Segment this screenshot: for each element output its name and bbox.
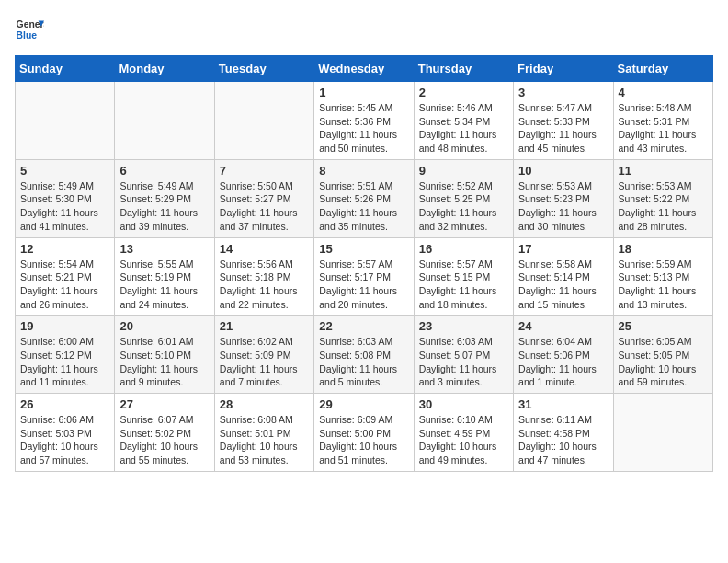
day-number: 20 xyxy=(119,319,209,333)
day-number: 17 xyxy=(518,242,608,256)
calendar-cell: 29Sunrise: 6:09 AM Sunset: 5:00 PM Dayli… xyxy=(314,394,414,472)
calendar-cell: 21Sunrise: 6:02 AM Sunset: 5:09 PM Dayli… xyxy=(214,316,313,394)
calendar-table: SundayMondayTuesdayWednesdayThursdayFrid… xyxy=(15,55,713,472)
day-info: Sunrise: 5:54 AM Sunset: 5:21 PM Dayligh… xyxy=(20,258,109,312)
day-number: 18 xyxy=(619,242,708,256)
weekday-header-monday: Monday xyxy=(115,56,214,82)
calendar-cell: 7Sunrise: 5:50 AM Sunset: 5:27 PM Daylig… xyxy=(214,159,313,237)
calendar-cell: 4Sunrise: 5:48 AM Sunset: 5:31 PM Daylig… xyxy=(613,82,712,160)
calendar-cell: 18Sunrise: 5:59 AM Sunset: 5:13 PM Dayli… xyxy=(613,237,712,316)
weekday-header-row: SundayMondayTuesdayWednesdayThursdayFrid… xyxy=(16,56,713,82)
calendar-cell: 6Sunrise: 5:49 AM Sunset: 5:29 PM Daylig… xyxy=(115,159,214,237)
weekday-header-friday: Friday xyxy=(514,56,613,82)
day-info: Sunrise: 5:52 AM Sunset: 5:25 PM Dayligh… xyxy=(419,179,508,234)
day-number: 13 xyxy=(119,242,209,256)
calendar-cell: 8Sunrise: 5:51 AM Sunset: 5:26 PM Daylig… xyxy=(314,159,414,237)
calendar-cell: 12Sunrise: 5:54 AM Sunset: 5:21 PM Dayli… xyxy=(16,237,115,316)
calendar-cell: 17Sunrise: 5:58 AM Sunset: 5:14 PM Dayli… xyxy=(514,237,613,316)
logo: General Blue xyxy=(15,15,44,44)
calendar-cell: 31Sunrise: 6:11 AM Sunset: 4:58 PM Dayli… xyxy=(514,394,613,472)
calendar-cell: 20Sunrise: 6:01 AM Sunset: 5:10 PM Dayli… xyxy=(115,316,214,394)
day-info: Sunrise: 5:55 AM Sunset: 5:19 PM Dayligh… xyxy=(119,258,209,312)
calendar-cell: 28Sunrise: 6:08 AM Sunset: 5:01 PM Dayli… xyxy=(214,394,313,472)
calendar-cell: 2Sunrise: 5:46 AM Sunset: 5:34 PM Daylig… xyxy=(414,82,513,160)
calendar-week-row: 1Sunrise: 5:45 AM Sunset: 5:36 PM Daylig… xyxy=(16,82,713,160)
day-info: Sunrise: 5:47 AM Sunset: 5:33 PM Dayligh… xyxy=(518,101,608,155)
day-info: Sunrise: 6:07 AM Sunset: 5:02 PM Dayligh… xyxy=(119,413,209,467)
day-number: 21 xyxy=(220,319,309,333)
day-info: Sunrise: 6:06 AM Sunset: 5:03 PM Dayligh… xyxy=(20,413,109,467)
day-number: 3 xyxy=(518,86,608,99)
day-number: 1 xyxy=(319,86,408,99)
day-number: 16 xyxy=(419,242,508,256)
day-info: Sunrise: 5:57 AM Sunset: 5:15 PM Dayligh… xyxy=(419,258,508,312)
day-info: Sunrise: 5:53 AM Sunset: 5:23 PM Dayligh… xyxy=(518,179,608,234)
day-number: 7 xyxy=(220,164,309,178)
day-number: 28 xyxy=(220,397,309,411)
calendar-cell: 1Sunrise: 5:45 AM Sunset: 5:36 PM Daylig… xyxy=(314,82,414,160)
calendar-week-row: 19Sunrise: 6:00 AM Sunset: 5:12 PM Dayli… xyxy=(16,316,713,394)
calendar-cell: 16Sunrise: 5:57 AM Sunset: 5:15 PM Dayli… xyxy=(414,237,513,316)
day-info: Sunrise: 6:10 AM Sunset: 4:59 PM Dayligh… xyxy=(419,413,508,467)
calendar-cell: 5Sunrise: 5:49 AM Sunset: 5:30 PM Daylig… xyxy=(16,159,115,237)
calendar-cell: 9Sunrise: 5:52 AM Sunset: 5:25 PM Daylig… xyxy=(414,159,513,237)
calendar-cell: 15Sunrise: 5:57 AM Sunset: 5:17 PM Dayli… xyxy=(314,237,414,316)
day-info: Sunrise: 5:45 AM Sunset: 5:36 PM Dayligh… xyxy=(319,101,408,155)
calendar-cell xyxy=(115,82,214,160)
calendar-cell: 13Sunrise: 5:55 AM Sunset: 5:19 PM Dayli… xyxy=(115,237,214,316)
day-info: Sunrise: 5:51 AM Sunset: 5:26 PM Dayligh… xyxy=(319,179,408,234)
day-info: Sunrise: 5:59 AM Sunset: 5:13 PM Dayligh… xyxy=(619,258,708,312)
day-info: Sunrise: 6:03 AM Sunset: 5:07 PM Dayligh… xyxy=(419,335,508,389)
day-info: Sunrise: 5:48 AM Sunset: 5:31 PM Dayligh… xyxy=(619,101,708,155)
calendar-cell: 27Sunrise: 6:07 AM Sunset: 5:02 PM Dayli… xyxy=(115,394,214,472)
calendar-cell xyxy=(613,394,712,472)
day-number: 22 xyxy=(319,319,408,333)
day-number: 2 xyxy=(419,86,508,99)
day-info: Sunrise: 6:00 AM Sunset: 5:12 PM Dayligh… xyxy=(20,335,109,389)
day-number: 9 xyxy=(419,164,508,178)
calendar-cell: 25Sunrise: 6:05 AM Sunset: 5:05 PM Dayli… xyxy=(613,316,712,394)
weekday-header-thursday: Thursday xyxy=(414,56,513,82)
calendar-cell xyxy=(16,82,115,160)
svg-text:Blue: Blue xyxy=(17,30,38,40)
day-number: 30 xyxy=(419,397,508,411)
calendar-cell: 26Sunrise: 6:06 AM Sunset: 5:03 PM Dayli… xyxy=(16,394,115,472)
day-number: 4 xyxy=(619,86,708,99)
calendar-cell: 23Sunrise: 6:03 AM Sunset: 5:07 PM Dayli… xyxy=(414,316,513,394)
day-number: 10 xyxy=(518,164,608,178)
day-info: Sunrise: 5:46 AM Sunset: 5:34 PM Dayligh… xyxy=(419,101,508,155)
day-number: 14 xyxy=(220,242,309,256)
weekday-header-wednesday: Wednesday xyxy=(314,56,414,82)
weekday-header-saturday: Saturday xyxy=(613,56,712,82)
day-info: Sunrise: 5:53 AM Sunset: 5:22 PM Dayligh… xyxy=(619,179,708,234)
day-info: Sunrise: 5:50 AM Sunset: 5:27 PM Dayligh… xyxy=(220,179,309,234)
day-number: 26 xyxy=(20,397,109,411)
day-info: Sunrise: 6:02 AM Sunset: 5:09 PM Dayligh… xyxy=(220,335,309,389)
day-info: Sunrise: 5:57 AM Sunset: 5:17 PM Dayligh… xyxy=(319,258,408,312)
day-info: Sunrise: 6:03 AM Sunset: 5:08 PM Dayligh… xyxy=(319,335,408,389)
day-number: 15 xyxy=(319,242,408,256)
weekday-header-sunday: Sunday xyxy=(16,56,115,82)
day-number: 12 xyxy=(20,242,109,256)
day-number: 25 xyxy=(619,319,708,333)
calendar-cell: 11Sunrise: 5:53 AM Sunset: 5:22 PM Dayli… xyxy=(613,159,712,237)
calendar-cell: 30Sunrise: 6:10 AM Sunset: 4:59 PM Dayli… xyxy=(414,394,513,472)
logo-icon: General Blue xyxy=(15,15,44,44)
weekday-header-tuesday: Tuesday xyxy=(214,56,313,82)
calendar-cell: 19Sunrise: 6:00 AM Sunset: 5:12 PM Dayli… xyxy=(16,316,115,394)
day-number: 31 xyxy=(518,397,608,411)
calendar-cell: 10Sunrise: 5:53 AM Sunset: 5:23 PM Dayli… xyxy=(514,159,613,237)
day-number: 8 xyxy=(319,164,408,178)
calendar-cell xyxy=(214,82,313,160)
calendar-week-row: 12Sunrise: 5:54 AM Sunset: 5:21 PM Dayli… xyxy=(16,237,713,316)
day-info: Sunrise: 6:09 AM Sunset: 5:00 PM Dayligh… xyxy=(319,413,408,467)
day-info: Sunrise: 6:01 AM Sunset: 5:10 PM Dayligh… xyxy=(119,335,209,389)
day-number: 29 xyxy=(319,397,408,411)
day-number: 11 xyxy=(619,164,708,178)
day-info: Sunrise: 6:05 AM Sunset: 5:05 PM Dayligh… xyxy=(619,335,708,389)
day-info: Sunrise: 5:58 AM Sunset: 5:14 PM Dayligh… xyxy=(518,258,608,312)
calendar-week-row: 26Sunrise: 6:06 AM Sunset: 5:03 PM Dayli… xyxy=(16,394,713,472)
day-number: 23 xyxy=(419,319,508,333)
calendar-cell: 22Sunrise: 6:03 AM Sunset: 5:08 PM Dayli… xyxy=(314,316,414,394)
day-info: Sunrise: 5:49 AM Sunset: 5:30 PM Dayligh… xyxy=(20,179,109,234)
